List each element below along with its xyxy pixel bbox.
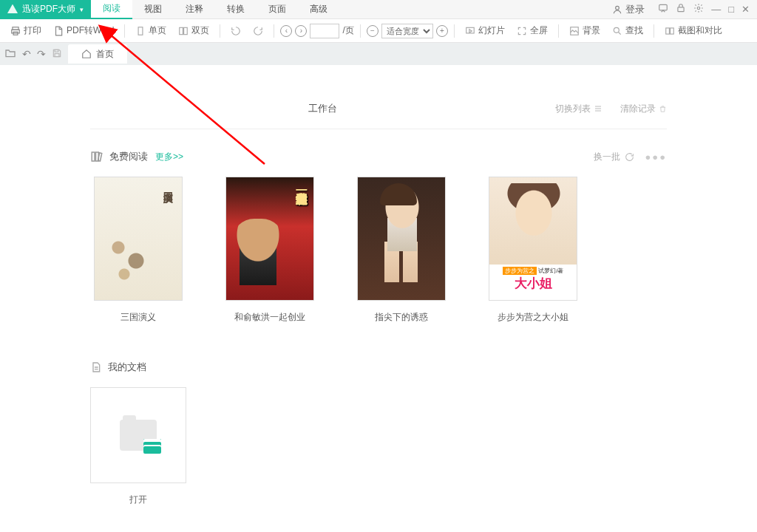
single-page-button[interactable]: 单页 bbox=[131, 22, 171, 40]
open-folder-button[interactable] bbox=[4, 47, 16, 61]
my-docs-title: 我的文档 bbox=[108, 361, 146, 374]
list-icon bbox=[594, 104, 602, 113]
menu-tab-advanced[interactable]: 高级 bbox=[298, 0, 339, 19]
search-icon bbox=[612, 26, 622, 36]
zoom-out-button[interactable]: − bbox=[367, 25, 378, 37]
more-link[interactable]: 更多>> bbox=[155, 151, 183, 163]
svg-point-12 bbox=[614, 27, 619, 33]
home-icon bbox=[81, 49, 92, 59]
maximize-button[interactable]: □ bbox=[728, 4, 734, 15]
print-button[interactable]: 打印 bbox=[6, 22, 46, 40]
redo-button[interactable]: ↷ bbox=[37, 48, 46, 60]
pdf-to-word-button[interactable]: PDF转Word bbox=[49, 22, 118, 40]
window-controls: 登录 — □ ✕ bbox=[612, 3, 757, 16]
fit-mode-select[interactable]: 适合宽度 bbox=[381, 24, 433, 38]
close-button[interactable]: ✕ bbox=[741, 4, 750, 15]
fullscreen-icon bbox=[517, 26, 527, 36]
open-document-card[interactable]: 打开 bbox=[90, 387, 186, 506]
double-page-button[interactable]: 双页 bbox=[174, 22, 214, 40]
my-docs-header: 我的文档 bbox=[90, 361, 667, 374]
user-icon bbox=[612, 4, 622, 15]
separator bbox=[454, 24, 455, 38]
svg-rect-7 bbox=[139, 27, 143, 35]
book-cover bbox=[225, 177, 314, 301]
separator bbox=[558, 24, 559, 38]
zoom-in-button[interactable]: + bbox=[436, 25, 448, 37]
fullscreen-button[interactable]: 全屏 bbox=[512, 22, 552, 40]
slideshow-icon bbox=[465, 26, 475, 36]
book-item[interactable]: 和俞敏洪一起创业 bbox=[222, 177, 318, 324]
print-icon bbox=[10, 26, 21, 36]
divider bbox=[90, 129, 667, 129]
app-title-text: 迅读PDF大师 bbox=[22, 3, 75, 16]
menu-tab-page[interactable]: 页面 bbox=[257, 0, 298, 19]
compare-icon bbox=[665, 26, 675, 36]
switch-list-button[interactable]: 切换列表 bbox=[555, 103, 602, 115]
menu-tab-convert[interactable]: 转换 bbox=[215, 0, 257, 19]
settings-icon[interactable] bbox=[693, 3, 704, 16]
book-list: 三国演义 和俞敏洪一起创业 指尖下的诱惑 步步为营之 试梦幻/著 大小姐 步步为 bbox=[90, 177, 667, 324]
separator bbox=[274, 24, 274, 38]
rotate-left-button[interactable] bbox=[226, 22, 245, 40]
menu-tab-view[interactable]: 视图 bbox=[132, 0, 174, 19]
save-button[interactable] bbox=[52, 48, 62, 61]
book-item[interactable]: 指尖下的诱惑 bbox=[353, 177, 449, 324]
svg-rect-1 bbox=[659, 4, 668, 10]
svg-rect-16 bbox=[55, 53, 59, 56]
undo-button[interactable]: ↶ bbox=[22, 48, 31, 60]
prev-page-button[interactable]: ‹ bbox=[280, 25, 292, 37]
screenshot-compare-button[interactable]: 截图和对比 bbox=[660, 22, 727, 40]
home-tab[interactable]: 首页 bbox=[68, 44, 127, 64]
rotate-right-icon bbox=[253, 26, 263, 36]
app-dropdown-icon[interactable]: ▾ bbox=[80, 6, 84, 13]
separator bbox=[360, 24, 361, 38]
workspace-title: 工作台 bbox=[90, 102, 555, 115]
page-number-input[interactable] bbox=[310, 24, 339, 38]
app-logo-icon bbox=[7, 4, 18, 15]
book-item[interactable]: 三国演义 bbox=[90, 177, 186, 324]
workspace-header: 工作台 切换列表 清除记录 bbox=[90, 102, 667, 115]
separator bbox=[220, 24, 220, 38]
more-options-button[interactable]: ●●● bbox=[645, 151, 667, 163]
slideshow-button[interactable]: 幻灯片 bbox=[461, 22, 509, 40]
clear-history-button[interactable]: 清除记录 bbox=[620, 103, 667, 115]
separator bbox=[654, 24, 654, 38]
trash-icon bbox=[659, 105, 667, 113]
minimize-button[interactable]: — bbox=[711, 4, 721, 15]
folder-icon bbox=[120, 420, 157, 451]
open-document-box[interactable] bbox=[90, 387, 186, 483]
svg-rect-9 bbox=[184, 27, 188, 34]
svg-rect-8 bbox=[180, 27, 183, 34]
double-page-icon bbox=[178, 26, 189, 36]
separator bbox=[124, 24, 125, 38]
find-button[interactable]: 查找 bbox=[608, 22, 648, 40]
book-item[interactable]: 步步为营之 试梦幻/著 大小姐 步步为营之大小姐 bbox=[485, 177, 581, 324]
book-cover bbox=[94, 177, 183, 301]
login-button[interactable]: 登录 bbox=[612, 3, 645, 16]
content-area: 工作台 切换列表 清除记录 免费阅读 更多>> 换一批 ●●● bbox=[0, 65, 757, 532]
next-page-button[interactable]: › bbox=[295, 25, 307, 37]
svg-rect-14 bbox=[670, 27, 673, 33]
svg-point-0 bbox=[616, 6, 619, 10]
background-button[interactable]: 背景 bbox=[565, 22, 605, 40]
rotate-left-icon bbox=[231, 26, 241, 36]
lock-icon[interactable] bbox=[676, 3, 686, 16]
menu-tab-annotate[interactable]: 注释 bbox=[174, 0, 215, 19]
toolbar: 打印 PDF转Word 单页 双页 ‹ › /页 − 适合宽度 + 幻灯片 全屏… bbox=[0, 19, 757, 43]
menu-tab-read[interactable]: 阅读 bbox=[91, 0, 132, 19]
free-reading-header: 免费阅读 更多>> 换一批 ●●● bbox=[90, 150, 667, 163]
page-separator-label: /页 bbox=[342, 24, 353, 37]
book-title: 指尖下的诱惑 bbox=[353, 311, 449, 324]
feedback-icon[interactable] bbox=[658, 3, 668, 16]
open-label: 打开 bbox=[90, 494, 186, 506]
book-title: 和俞敏洪一起创业 bbox=[222, 311, 318, 324]
svg-rect-2 bbox=[678, 7, 684, 12]
background-icon bbox=[569, 26, 580, 36]
free-reading-title: 免费阅读 bbox=[109, 150, 148, 163]
book-title: 步步为营之大小姐 bbox=[485, 311, 581, 324]
rotate-right-button[interactable] bbox=[248, 22, 268, 40]
refresh-batch-button[interactable]: 换一批 bbox=[594, 151, 634, 163]
svg-rect-15 bbox=[55, 50, 58, 52]
book-cover bbox=[357, 177, 446, 301]
book-cover: 步步为营之 试梦幻/著 大小姐 bbox=[489, 177, 577, 301]
